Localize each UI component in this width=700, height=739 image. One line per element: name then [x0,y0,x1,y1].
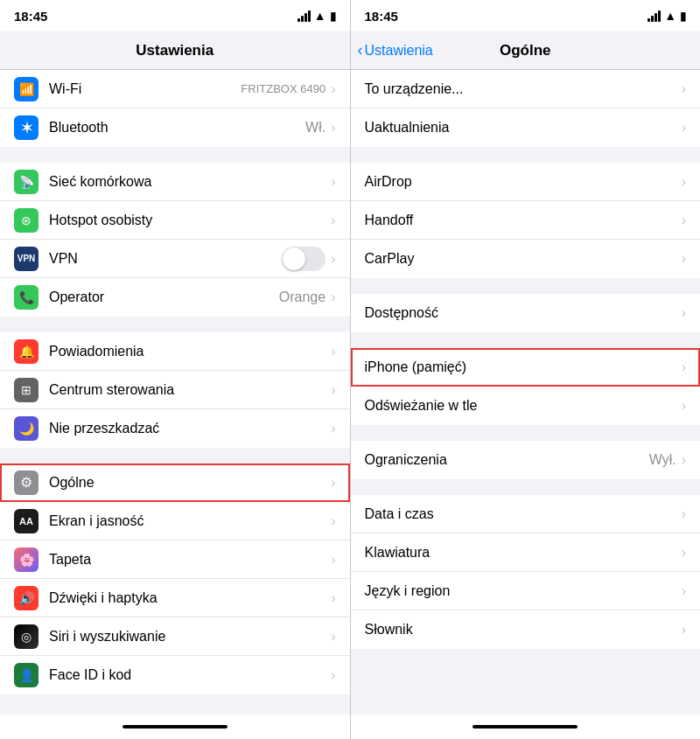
display-icon: AA [14,509,38,533]
general-label: Ogólne [49,475,331,491]
dnd-chevron: › [331,421,335,436]
vpn-icon: VPN [14,247,38,271]
handoff-chevron: › [682,213,686,228]
wallpaper-icon: 🌸 [14,547,38,572]
detail-row-airdrop[interactable]: AirDrop › [351,163,701,201]
left-status-bar: 18:45 ▲ ▮ [0,0,350,31]
notifications-chevron: › [331,344,335,359]
right-status-icons: ▲ ▮ [648,9,686,23]
wallpaper-chevron: › [331,552,335,568]
settings-row-carrier[interactable]: 📞 Operator Orange › [0,278,350,317]
this-device-chevron: › [682,81,686,97]
dictionary-chevron: › [682,622,686,638]
settings-row-faceid[interactable]: 👤 Face ID i kod › [0,656,350,694]
detail-row-language[interactable]: Język i region › [351,572,701,610]
iphone-storage-label: iPhone (pamięć) [365,359,682,375]
bluetooth-row-icon: ✶ [14,115,38,140]
bluetooth-label: Bluetooth [49,120,305,136]
settings-row-wifi[interactable]: 📶 Wi-Fi FRITZBOX 6490 › [0,70,350,108]
control-center-icon: ⊞ [14,378,38,402]
bg-refresh-chevron: › [682,398,686,414]
vpn-toggle[interactable] [282,247,326,271]
right-panel-content: To urządzenie... › Uaktualnienia › AirDr… [351,70,701,715]
cellular-icon: 📡 [14,170,38,194]
language-label: Język i region [365,583,682,599]
right-home-bar [472,725,578,729]
faceid-icon: 👤 [14,663,38,687]
handoff-label: Handoff [365,213,682,228]
carrier-label: Operator [49,289,279,305]
detail-row-this-device[interactable]: To urządzenie... › [351,70,701,108]
right-group-3: iPhone (pamięć) › Odświeżanie w tle › [351,348,701,425]
right-home-indicator [351,715,701,739]
left-group-2: 🔔 Powiadomienia › ⊞ Centrum sterowania ›… [0,332,350,448]
datetime-label: Data i czas [365,506,682,522]
airdrop-chevron: › [682,174,686,190]
right-spacer-3 [351,332,701,348]
left-panel: 18:45 ▲ ▮ Ustawienia 📶 Wi-Fi FRITZBOX 64… [0,0,350,739]
sounds-icon: 🔊 [14,586,38,610]
spacer-1 [0,147,350,163]
wifi-row-icon: 📶 [14,77,38,101]
back-label: Ustawienia [365,43,433,59]
right-spacer-2 [351,278,701,294]
detail-row-datetime[interactable]: Data i czas › [351,495,701,533]
vpn-label: VPN [49,251,282,267]
siri-label: Siri i wyszukiwanie [49,629,331,645]
right-nav-title: Ogólne [500,42,551,59]
cellular-chevron: › [331,174,335,190]
settings-row-hotspot[interactable]: ⊛ Hotspot osobisty › [0,201,350,240]
dnd-label: Nie przeszkadzać [49,421,331,436]
bluetooth-value: Wł. [305,120,326,136]
detail-row-iphone-storage[interactable]: iPhone (pamięć) › [351,348,701,387]
settings-row-display[interactable]: AA Ekran i jasność › [0,502,350,540]
carplay-chevron: › [682,251,686,267]
notifications-label: Powiadomienia [49,344,331,359]
left-nav-title: Ustawienia [136,42,214,59]
left-group-3: ⚙ Ogólne › AA Ekran i jasność › 🌸 Tapeta… [0,464,350,694]
accessibility-label: Dostępność [365,305,682,321]
settings-row-notifications[interactable]: 🔔 Powiadomienia › [0,332,350,371]
right-group-4: Ograniczenia Wył. › [351,441,701,479]
carrier-icon: 📞 [14,285,38,310]
restrictions-label: Ograniczenia [365,452,649,468]
settings-row-control-center[interactable]: ⊞ Centrum sterowania › [0,371,350,409]
datetime-chevron: › [682,506,686,522]
bg-refresh-label: Odświeżanie w tle [365,398,682,414]
settings-row-siri[interactable]: ◎ Siri i wyszukiwanie › [0,617,350,656]
settings-row-general[interactable]: ⚙ Ogólne › [0,464,350,502]
battery-icon: ▮ [330,10,336,23]
dnd-icon: 🌙 [14,416,38,441]
sounds-label: Dźwięki i haptyka [49,590,331,606]
detail-row-handoff[interactable]: Handoff › [351,201,701,240]
detail-row-carplay[interactable]: CarPlay › [351,240,701,278]
left-time: 18:45 [14,9,47,24]
settings-row-cellular[interactable]: 📡 Sieć komórkowa › [0,163,350,201]
right-spacer-1 [351,147,701,163]
notifications-icon: 🔔 [14,339,38,364]
carrier-value: Orange [279,289,326,305]
bluetooth-chevron: › [331,120,335,136]
settings-row-wallpaper[interactable]: 🌸 Tapeta › [0,540,350,579]
this-device-label: To urządzenie... [365,81,682,97]
siri-chevron: › [331,629,335,645]
settings-row-sounds[interactable]: 🔊 Dźwięki i haptyka › [0,579,350,617]
detail-row-keyboard[interactable]: Klawiatura › [351,533,701,572]
detail-row-restrictions[interactable]: Ograniczenia Wył. › [351,441,701,479]
carplay-label: CarPlay [365,251,682,267]
wifi-icon: ▲ [314,9,326,23]
detail-row-updates[interactable]: Uaktualnienia › [351,108,701,147]
settings-row-vpn[interactable]: VPN VPN › [0,240,350,278]
detail-row-dictionary[interactable]: Słownik › [351,610,701,649]
language-chevron: › [682,583,686,599]
right-spacer-5 [351,479,701,495]
back-button[interactable]: ‹ Ustawienia [358,41,433,59]
settings-row-bluetooth[interactable]: ✶ Bluetooth Wł. › [0,108,350,147]
settings-row-dnd[interactable]: 🌙 Nie przeszkadzać › [0,409,350,448]
detail-row-accessibility[interactable]: Dostępność › [351,294,701,332]
wifi-value: FRITZBOX 6490 [241,82,326,95]
left-status-icons: ▲ ▮ [298,9,336,23]
updates-label: Uaktualnienia [365,120,682,136]
detail-row-bg-refresh[interactable]: Odświeżanie w tle › [351,387,701,425]
sounds-chevron: › [331,590,335,606]
